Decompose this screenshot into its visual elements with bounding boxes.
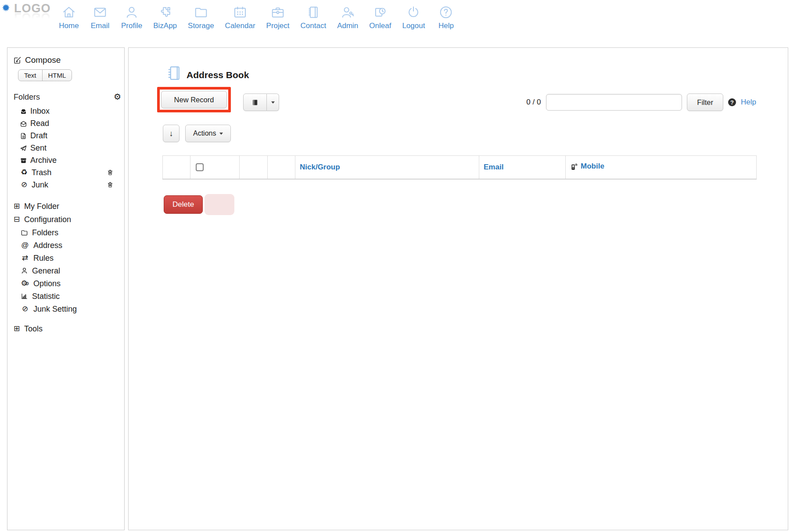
nav-item-calendar[interactable]: Calendar <box>225 4 255 30</box>
sidebar-item-label: Statistic <box>32 290 60 302</box>
sidebar-item-config-rules[interactable]: ⇄ Rules <box>7 252 124 264</box>
sidebar-item-archive[interactable]: Archive <box>7 154 124 166</box>
help-badge-icon[interactable]: ? <box>728 98 736 106</box>
actions-label: Actions <box>193 129 216 137</box>
folders-settings-gear-icon[interactable]: ⚙ <box>114 91 121 103</box>
swap-arrows-icon: ⇄ <box>21 252 29 264</box>
logo-reflection: LOGO <box>14 11 51 23</box>
sort-down-button[interactable]: ↓ <box>163 125 180 142</box>
logo[interactable]: LOGO LOGO <box>14 3 51 23</box>
collapse-icon[interactable]: ⊟ <box>13 213 21 226</box>
sidebar-item-trash[interactable]: ♻ Trash <box>7 166 124 179</box>
search-input[interactable] <box>546 94 682 111</box>
sidebar: Compose Text HTML Folders ⚙ Inbox Read D… <box>7 47 125 530</box>
down-arrow-icon: ↓ <box>169 129 173 138</box>
book-icon <box>251 98 259 106</box>
sidebar-item-label: My Folder <box>24 200 59 212</box>
header-cell-blank <box>240 156 268 179</box>
record-count: 0 / 0 <box>526 98 541 107</box>
folder-icon <box>21 229 28 236</box>
nav-item-admin[interactable]: Admin <box>337 4 358 30</box>
nav-label: Calendar <box>225 22 255 30</box>
header-cell-email: Email <box>479 156 566 179</box>
calendar-icon <box>232 4 248 20</box>
nav-item-help[interactable]: Help <box>436 4 456 30</box>
view-dropdown-button[interactable] <box>267 93 279 111</box>
sidebar-item-config-options[interactable]: ⚙⚙ Options <box>7 277 124 290</box>
sidebar-item-label: Trash <box>32 166 51 179</box>
sidebar-item-my-folder[interactable]: ⊞ My Folder <box>7 200 124 213</box>
user-key-icon <box>340 4 356 20</box>
address-table: Nick/Group Email Mobile <box>162 155 757 180</box>
new-record-button[interactable]: New Record <box>161 91 227 108</box>
nav-label: Email <box>91 22 110 30</box>
sidebar-item-label: Archive <box>30 154 57 166</box>
at-icon: @ <box>21 239 29 252</box>
bar-chart-icon <box>21 292 28 300</box>
expand-icon[interactable]: ⊞ <box>13 200 21 212</box>
sidebar-item-config-general[interactable]: General <box>7 264 124 277</box>
home-icon <box>61 4 77 20</box>
delete-button[interactable]: Delete <box>164 195 203 214</box>
nav-item-home[interactable]: Home <box>59 4 79 30</box>
delete-row: Delete <box>164 194 234 215</box>
briefcase-icon <box>270 4 286 20</box>
block-icon: ⊘ <box>21 303 29 315</box>
configuration-children: Folders @ Address ⇄ Rules General ⚙⚙ Opt… <box>7 226 124 315</box>
sidebar-item-configuration[interactable]: ⊟ Configuration <box>7 213 124 226</box>
nav-item-bizapp[interactable]: BizApp <box>153 4 177 30</box>
sort-nick-group[interactable]: Nick/Group <box>300 163 340 172</box>
empty-junk-icon[interactable] <box>107 181 114 188</box>
compose-text-button[interactable]: Text <box>18 70 42 81</box>
filter-button[interactable]: Filter <box>687 93 723 111</box>
help-link[interactable]: Help <box>741 98 756 107</box>
nav-item-storage[interactable]: Storage <box>188 4 214 30</box>
recycle-icon: ♻ <box>20 166 29 179</box>
compose-label: Compose <box>25 54 61 66</box>
sidebar-item-read[interactable]: Read <box>7 117 124 129</box>
nav-label: Storage <box>188 22 214 30</box>
header-cell-blank <box>268 156 295 179</box>
sidebar-item-label: Tools <box>24 323 43 335</box>
nav-item-logout[interactable]: Logout <box>402 4 425 30</box>
sort-mobile[interactable]: Mobile <box>570 162 604 171</box>
nav-item-email[interactable]: Email <box>90 4 110 30</box>
actions-row: ↓ Actions <box>163 125 231 142</box>
notebook-icon <box>305 4 321 20</box>
sort-email[interactable]: Email <box>484 163 503 172</box>
sidebar-item-sent[interactable]: Sent <box>7 142 124 154</box>
nav-item-contact[interactable]: Contact <box>301 4 327 30</box>
top-navigation: Home Email Profile BizApp Storage Calend… <box>59 4 456 30</box>
header-cell-nick-group: Nick/Group <box>295 156 479 179</box>
compose-button[interactable]: Compose <box>7 54 124 66</box>
sidebar-item-junk[interactable]: ⊘ Junk <box>7 179 124 191</box>
sidebar-item-label: Address <box>33 239 62 252</box>
compose-icon <box>14 56 22 64</box>
doc-clock-icon <box>372 4 388 20</box>
filter-controls: 0 / 0 Filter ? Help <box>526 93 756 111</box>
nav-label: Project <box>266 22 290 30</box>
actions-button[interactable]: Actions <box>185 125 231 142</box>
empty-trash-icon[interactable] <box>107 169 114 176</box>
sidebar-item-draft[interactable]: Draft <box>7 129 124 142</box>
sidebar-item-config-junk-setting[interactable]: ⊘ Junk Setting <box>7 302 124 315</box>
nav-item-project[interactable]: Project <box>266 4 290 30</box>
sidebar-item-tools[interactable]: ⊞ Tools <box>7 322 124 335</box>
gears-icon: ⚙⚙ <box>21 277 29 290</box>
main-content: Address Book New Record 0 / 0 Filter ? H… <box>128 47 788 530</box>
sidebar-item-config-folders[interactable]: Folders <box>7 226 124 239</box>
book-view-button[interactable] <box>243 93 267 111</box>
nav-item-profile[interactable]: Profile <box>121 4 142 30</box>
nav-item-onleaf[interactable]: Onleaf <box>369 4 391 30</box>
select-all-checkbox[interactable] <box>196 163 204 171</box>
compose-html-button[interactable]: HTML <box>42 70 72 81</box>
sidebar-item-label: Read <box>30 117 49 129</box>
sidebar-item-label: Configuration <box>24 213 71 226</box>
expand-icon[interactable]: ⊞ <box>13 323 21 335</box>
sidebar-item-config-address[interactable]: @ Address <box>7 239 124 252</box>
email-icon <box>92 4 108 20</box>
sidebar-item-label: Junk <box>32 179 48 191</box>
document-icon <box>20 132 27 140</box>
sidebar-item-config-statistic[interactable]: Statistic <box>7 290 124 302</box>
sidebar-item-inbox[interactable]: Inbox <box>7 105 124 117</box>
